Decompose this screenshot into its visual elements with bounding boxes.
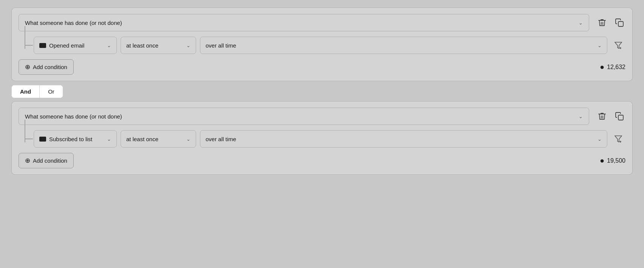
block2-main-label: What someone has done (or not done): [25, 113, 574, 120]
block1-delete-button[interactable]: [596, 17, 608, 29]
block1-copy-button[interactable]: [613, 17, 625, 29]
condition-block-1: What someone has done (or not done) ⌄: [11, 8, 633, 81]
block2-frequency-dropdown[interactable]: at least once ⌄: [121, 130, 196, 148]
condition-block-2: What someone has done (or not done) ⌄: [11, 101, 633, 175]
block2-count-value: 19,500: [607, 157, 625, 164]
block2-frequency-label: at least once: [126, 136, 182, 142]
svg-rect-4: [618, 115, 623, 120]
block1-sub-row: Opened email ⌄ at least once ⌄ over all …: [19, 37, 625, 54]
block2-main-dropdown[interactable]: What someone has done (or not done) ⌄: [19, 108, 589, 125]
trash-icon: [598, 18, 607, 27]
or-button[interactable]: Or: [40, 85, 63, 98]
block2-delete-button[interactable]: [596, 110, 608, 122]
block2-main-chevron: ⌄: [579, 114, 583, 119]
block1-time-range-chevron: ⌄: [598, 43, 602, 48]
block1-filter-button[interactable]: [611, 40, 625, 51]
block2-action-icons: [596, 110, 625, 122]
block1-time-range-label: over all time: [206, 42, 593, 49]
block1-event-flag-icon: [39, 43, 46, 48]
filter-icon: [614, 41, 622, 49]
block2-person-icon: ●: [600, 156, 604, 165]
block2-add-condition-button[interactable]: ⊕ Add condition: [19, 153, 74, 168]
block2-event-flag-icon: [39, 137, 46, 142]
block1-main-chevron: ⌄: [579, 20, 583, 26]
block2-bottom-row: ⊕ Add condition ● 19,500: [19, 153, 625, 168]
block1-time-range-dropdown[interactable]: over all time ⌄: [200, 37, 607, 54]
block2-time-range-dropdown[interactable]: over all time ⌄: [200, 130, 607, 148]
block2-event-type-label: Subscribed to list: [39, 136, 102, 142]
block1-frequency-label: at least once: [126, 42, 182, 49]
block2-copy-button[interactable]: [613, 110, 625, 122]
block2-frequency-chevron: ⌄: [186, 136, 190, 142]
block2-add-condition-plus-icon: ⊕: [25, 157, 30, 165]
trash-icon-2: [598, 112, 607, 121]
block2-event-chevron: ⌄: [107, 136, 111, 142]
block1-top-row: What someone has done (or not done) ⌄: [19, 14, 625, 31]
block2-time-range-label: over all time: [206, 136, 593, 142]
block1-frequency-chevron: ⌄: [186, 43, 190, 48]
copy-icon: [615, 18, 624, 27]
svg-rect-0: [618, 22, 623, 26]
filter-icon-2: [614, 135, 622, 143]
block2-time-range-chevron: ⌄: [598, 136, 602, 142]
block1-action-icons: [596, 17, 625, 29]
svg-marker-1: [615, 42, 622, 49]
block2-count-display: ● 19,500: [600, 156, 625, 165]
block1-event-chevron: ⌄: [107, 43, 111, 48]
and-button[interactable]: And: [12, 85, 40, 98]
block1-event-type-dropdown[interactable]: Opened email ⌄: [34, 37, 117, 54]
and-or-connector: And Or: [11, 85, 63, 98]
block2-filter-button[interactable]: [611, 133, 625, 145]
block1-event-type-label: Opened email: [39, 42, 102, 49]
block1-add-condition-plus-icon: ⊕: [25, 63, 30, 71]
block2-sub-row: Subscribed to list ⌄ at least once ⌄ ove…: [19, 130, 625, 148]
block1-add-condition-label: Add condition: [33, 64, 67, 70]
block2-event-type-dropdown[interactable]: Subscribed to list ⌄: [34, 130, 117, 148]
block1-person-icon: ●: [600, 63, 604, 71]
block1-count-value: 12,632: [607, 64, 625, 71]
block2-top-row: What someone has done (or not done) ⌄: [19, 108, 625, 125]
block1-count-display: ● 12,632: [600, 63, 625, 71]
block1-add-condition-button[interactable]: ⊕ Add condition: [19, 59, 74, 75]
copy-icon-2: [615, 112, 624, 121]
block1-main-dropdown[interactable]: What someone has done (or not done) ⌄: [19, 14, 589, 31]
block1-bottom-row: ⊕ Add condition ● 12,632: [19, 59, 625, 75]
block1-frequency-dropdown[interactable]: at least once ⌄: [121, 37, 196, 54]
block2-add-condition-label: Add condition: [33, 157, 67, 164]
svg-marker-5: [615, 136, 622, 142]
block1-main-label: What someone has done (or not done): [25, 20, 574, 26]
